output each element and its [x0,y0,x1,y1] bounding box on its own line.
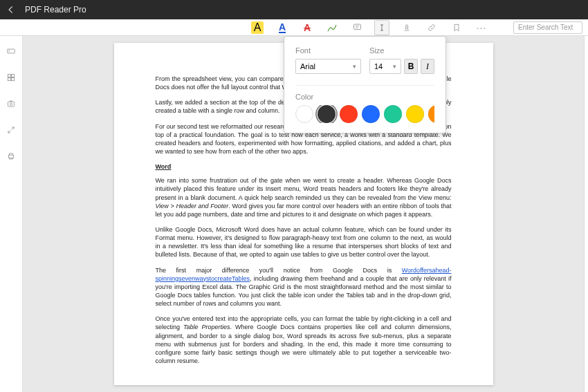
chevron-down-icon: ▾ [393,63,396,70]
snapshot-icon[interactable] [6,98,17,109]
color-swatch[interactable] [428,105,434,123]
color-swatch[interactable] [362,105,380,123]
paragraph: The first major difference you'll notice… [156,266,452,308]
svg-point-8 [10,103,12,106]
bold-button[interactable]: B [404,59,418,74]
color-swatch[interactable] [318,105,336,123]
color-swatch[interactable] [406,105,424,123]
titlebar: PDF Reader Pro [0,0,588,19]
paragraph: Once you've entered text into the approp… [156,315,452,365]
svg-rect-9 [9,155,14,158]
fullscreen-icon[interactable] [6,124,17,136]
text-tool[interactable] [374,20,389,35]
back-button[interactable] [6,4,17,15]
freehand-tool[interactable] [324,20,340,35]
bookmark-tool[interactable] [449,20,464,35]
size-label: Size [369,46,434,55]
section-heading: Word [156,162,172,171]
highlight-tool[interactable]: A [250,20,265,35]
link-tool[interactable] [424,20,439,35]
text-format-popover: Font Arial▾ Size 14▾ B I [284,36,446,133]
stamp-tool[interactable] [399,20,414,35]
color-swatch[interactable] [340,105,358,123]
strikethrough-tool[interactable]: A [300,20,315,35]
print-icon[interactable] [6,151,17,162]
font-label: Font [295,46,361,55]
svg-rect-3 [8,74,10,77]
left-rail [0,36,23,392]
color-swatch[interactable] [384,105,402,123]
color-swatches [295,105,434,123]
more-menu[interactable]: ··· [474,20,489,35]
svg-rect-6 [12,78,15,81]
color-swatch[interactable] [295,105,313,123]
app-title: PDF Reader Pro [25,5,86,15]
size-select[interactable]: 14▾ [369,59,401,74]
svg-rect-0 [353,24,360,30]
paragraph: We ran into some frustration out of the … [156,176,452,218]
annotations-panel-icon[interactable] [6,46,17,57]
note-tool[interactable] [349,20,365,35]
font-select[interactable]: Arial▾ [295,59,361,74]
italic-button[interactable]: I [421,59,434,74]
chevron-down-icon: ▾ [353,63,356,70]
svg-rect-5 [8,78,10,81]
svg-point-1 [405,24,408,27]
toolbar: A A A ··· Enter Search Text [0,19,588,36]
underline-tool[interactable]: A [275,20,290,35]
color-label: Color [295,93,434,101]
search-input[interactable]: Enter Search Text [513,21,582,34]
svg-rect-7 [8,102,14,106]
paragraph: Unlike Google Docs, Microsoft Word does … [156,225,452,259]
svg-rect-4 [12,74,15,77]
svg-rect-2 [8,49,15,53]
right-gutter [584,36,588,392]
workspace: From the spreadsheet view, you can compa… [0,36,588,392]
thumbnails-panel-icon[interactable] [6,72,17,83]
